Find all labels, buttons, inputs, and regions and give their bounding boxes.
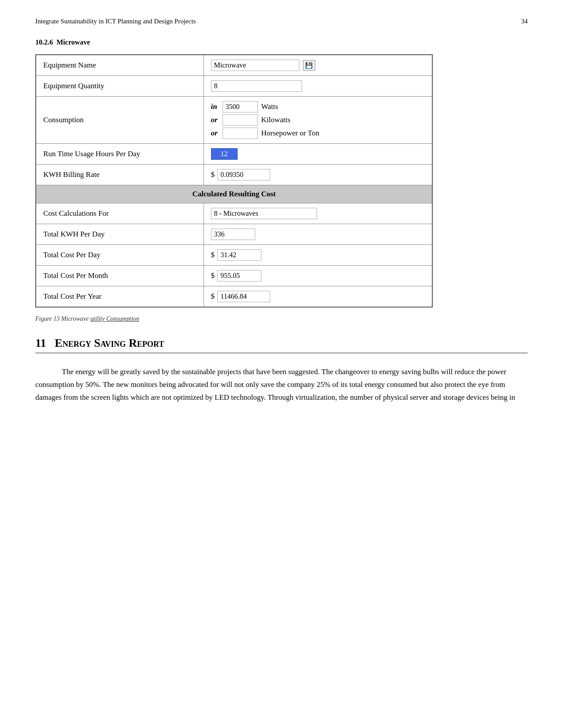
equipment-quantity-value-cell xyxy=(204,76,432,97)
total-cost-month-value-cell: $ xyxy=(204,266,432,286)
horsepower-label: Horsepower or Ton xyxy=(261,129,320,138)
section-number: 10.2.6 xyxy=(35,38,53,46)
page-number: 34 xyxy=(521,18,528,25)
figure-caption-text: Figure 13 Microwave utility Consumption xyxy=(35,315,139,322)
consumption-row: in Watts or Kilowatts or Horsepower or T… xyxy=(211,101,425,139)
equipment-name-label: Equipment Name xyxy=(36,55,204,76)
table-row-kwh-rate: KWH Billing Rate $ xyxy=(36,165,432,185)
calculated-header-cell: Calculated Resulting Cost xyxy=(36,185,432,203)
consumption-label: Consumption xyxy=(36,97,204,144)
total-cost-month-input[interactable] xyxy=(217,270,261,281)
equipment-quantity-input[interactable] xyxy=(211,80,302,92)
table-row-runtime: Run Time Usage Hours Per Day xyxy=(36,144,432,165)
table-row-total-cost-year: Total Cost Per Year $ xyxy=(36,286,432,308)
table-row-total-cost-day: Total Cost Per Day $ xyxy=(36,245,432,266)
or-label-1: or xyxy=(211,116,219,124)
figure-caption: Figure 13 Microwave utility Consumption xyxy=(35,315,528,323)
watts-label: Watts xyxy=(261,102,278,111)
calculated-header-row: Calculated Resulting Cost xyxy=(36,185,432,203)
calculator-table: Equipment Name 💾 Equipment Quantity Cons… xyxy=(35,54,433,308)
kilowatts-label: Kilowatts xyxy=(261,116,291,124)
kwh-rate-input[interactable] xyxy=(217,169,270,180)
chapter-number: 11 xyxy=(35,337,46,349)
figure-caption-link[interactable]: utility Consumption xyxy=(91,315,140,322)
runtime-input[interactable] xyxy=(211,148,238,160)
page-header: Integrate Sustainability in ICT Planning… xyxy=(35,18,528,25)
kwh-dollar-sign: $ xyxy=(211,170,215,179)
cost-year-dollar: $ xyxy=(211,292,215,300)
total-kwh-input[interactable] xyxy=(211,229,255,240)
chapter-title: Energy Saving Report xyxy=(55,337,164,349)
total-kwh-label: Total KWH Per Day xyxy=(36,224,204,245)
total-cost-year-value-cell: $ xyxy=(204,286,432,308)
table-row-equipment-name: Equipment Name 💾 xyxy=(36,55,432,76)
kwh-rate-value-cell: $ xyxy=(204,165,432,185)
total-cost-day-input[interactable] xyxy=(217,249,261,261)
total-cost-day-label: Total Cost Per Day xyxy=(36,245,204,266)
consumption-line-horsepower: or Horsepower or Ton xyxy=(211,128,425,139)
cost-calc-for-label: Cost Calculations For xyxy=(36,203,204,224)
or-label-2: or xyxy=(211,129,219,138)
total-cost-day-value-cell: $ xyxy=(204,245,432,266)
kwh-rate-label: KWH Billing Rate xyxy=(36,165,204,185)
equipment-name-input[interactable] xyxy=(211,60,299,71)
total-cost-year-input[interactable] xyxy=(217,291,270,302)
table-row-consumption: Consumption in Watts or Kilowatts or xyxy=(36,97,432,144)
save-icon[interactable]: 💾 xyxy=(303,60,315,71)
cost-calc-for-input[interactable] xyxy=(211,208,317,219)
watts-input[interactable] xyxy=(223,101,258,113)
cost-calc-for-value-cell xyxy=(204,203,432,224)
kilowatts-input[interactable] xyxy=(223,114,258,126)
equipment-name-wrap: 💾 xyxy=(211,60,425,71)
body-paragraph-1: The energy will be greatly saved by the … xyxy=(35,366,528,404)
total-kwh-value-cell xyxy=(204,224,432,245)
consumption-line-watts: in Watts xyxy=(211,101,425,113)
horsepower-input[interactable] xyxy=(223,128,258,139)
cost-day-dollar: $ xyxy=(211,251,215,259)
section-title: Microwave xyxy=(57,38,90,46)
runtime-label: Run Time Usage Hours Per Day xyxy=(36,144,204,165)
equipment-quantity-label: Equipment Quantity xyxy=(36,76,204,97)
runtime-value-cell xyxy=(204,144,432,165)
cost-month-dollar: $ xyxy=(211,271,215,280)
table-row-total-kwh: Total KWH Per Day xyxy=(36,224,432,245)
equipment-name-value-cell: 💾 xyxy=(204,55,432,76)
total-cost-month-label: Total Cost Per Month xyxy=(36,266,204,286)
table-row-equipment-quantity: Equipment Quantity xyxy=(36,76,432,97)
consumption-line-kilowatts: or Kilowatts xyxy=(211,114,425,126)
total-cost-year-label: Total Cost Per Year xyxy=(36,286,204,308)
table-row-total-cost-month: Total Cost Per Month $ xyxy=(36,266,432,286)
in-label: in xyxy=(211,102,219,111)
chapter-heading: 11 Energy Saving Report xyxy=(35,337,528,353)
table-row-cost-calc-for: Cost Calculations For xyxy=(36,203,432,224)
consumption-value-cell: in Watts or Kilowatts or Horsepower or T… xyxy=(204,97,432,144)
section-heading: 10.2.6 Microwave xyxy=(35,38,528,46)
document-title: Integrate Sustainability in ICT Planning… xyxy=(35,18,196,25)
